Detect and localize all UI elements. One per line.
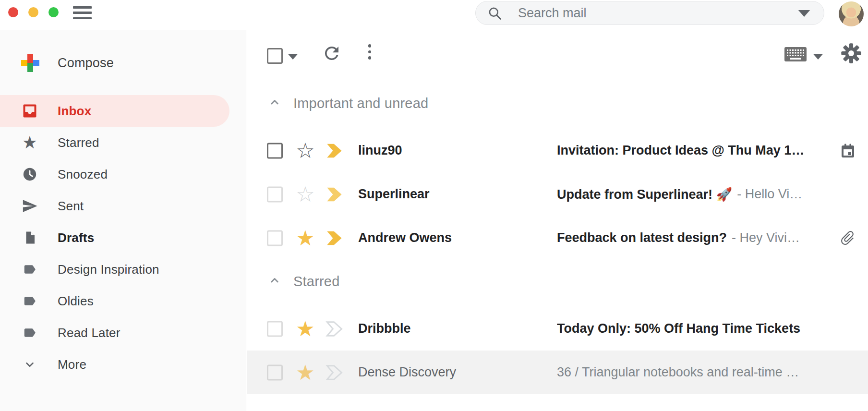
sidebar: Compose Inbox ★ Starred Snoozed Sent Dra… bbox=[0, 30, 246, 411]
email-sender: Andrew Owens bbox=[358, 216, 550, 260]
email-row[interactable]: ☆ Superlinear Update from Superlinear! 🚀… bbox=[247, 172, 868, 216]
sidebar-item-snoozed[interactable]: Snoozed bbox=[0, 158, 246, 190]
star-icon: ★ bbox=[22, 134, 38, 151]
email-checkbox[interactable] bbox=[267, 230, 283, 246]
email-checkbox[interactable] bbox=[267, 321, 283, 337]
importance-marker-icon[interactable] bbox=[326, 230, 347, 247]
sidebar-item-read-later[interactable]: Read Later bbox=[0, 317, 246, 349]
sidebar-item-label: Snoozed bbox=[58, 158, 108, 190]
select-options-chevron-icon[interactable] bbox=[288, 53, 298, 61]
file-icon bbox=[22, 230, 38, 246]
input-tools-chevron-icon[interactable] bbox=[813, 53, 823, 61]
section-header[interactable]: Important and unread bbox=[247, 87, 868, 119]
clock-icon bbox=[22, 166, 38, 182]
email-checkbox[interactable] bbox=[267, 186, 283, 202]
email-sender: Superlinear bbox=[358, 172, 550, 216]
email-row[interactable]: ★ Dribbble Today Only: 50% Off Hang Time… bbox=[247, 307, 868, 351]
sidebar-item-label: Inbox bbox=[58, 95, 91, 127]
paperclip-icon bbox=[839, 230, 856, 247]
chevron-up-icon[interactable] bbox=[268, 274, 281, 289]
chevron-up-icon[interactable] bbox=[268, 96, 281, 111]
sidebar-item-sent[interactable]: Sent bbox=[0, 190, 246, 222]
sidebar-item-label: Oldies bbox=[58, 285, 94, 317]
select-all-checkbox[interactable] bbox=[267, 48, 283, 64]
sidebar-item-starred[interactable]: ★ Starred bbox=[0, 127, 246, 158]
zoom-window-button[interactable] bbox=[48, 7, 59, 17]
star-icon[interactable]: ★ bbox=[294, 317, 317, 340]
mail-section: Starred ★ Dribbble Today Only: 50% Off H… bbox=[247, 266, 868, 394]
compose-label: Compose bbox=[58, 47, 114, 79]
minimize-window-button[interactable] bbox=[28, 7, 38, 17]
section-rows: ☆ linuz90 Invitation: Product Ideas @ Th… bbox=[247, 129, 868, 260]
sidebar-item-label: Sent bbox=[58, 190, 84, 222]
input-tools-keyboard-icon[interactable] bbox=[784, 47, 807, 63]
more-options-icon[interactable] bbox=[368, 44, 372, 60]
email-subject: Feedback on latest design?- Hey Vivi… bbox=[557, 216, 832, 260]
sidebar-item-label: Drafts bbox=[58, 222, 94, 254]
search-options-chevron-icon[interactable] bbox=[798, 10, 810, 19]
section-title: Starred bbox=[293, 266, 340, 297]
sidebar-item-label: More bbox=[58, 349, 86, 380]
calendar-icon bbox=[839, 142, 856, 159]
search-input[interactable]: Search mail bbox=[518, 1, 587, 24]
close-window-button[interactable] bbox=[8, 7, 18, 17]
compose-button[interactable]: Compose bbox=[0, 47, 246, 79]
importance-marker-icon[interactable] bbox=[326, 142, 347, 159]
label-icon bbox=[22, 261, 38, 278]
label-icon bbox=[22, 293, 38, 309]
avatar[interactable] bbox=[839, 1, 864, 26]
inbox-icon bbox=[22, 103, 38, 119]
sidebar-item-label: Read Later bbox=[58, 317, 121, 349]
email-subject: Update from Superlinear! 🚀- Hello Vi… bbox=[557, 172, 832, 216]
refresh-icon[interactable] bbox=[322, 43, 342, 65]
label-icon bbox=[22, 325, 38, 341]
email-row[interactable]: ★ Andrew Owens Feedback on latest design… bbox=[247, 216, 868, 260]
email-checkbox[interactable] bbox=[267, 143, 283, 158]
mail-list-pane: Important and unread ☆ linuz90 Invitatio… bbox=[247, 30, 868, 411]
sidebar-item-design-inspiration[interactable]: Design Inspiration bbox=[0, 254, 246, 285]
star-icon[interactable]: ☆ bbox=[294, 183, 317, 206]
importance-marker-icon[interactable] bbox=[326, 320, 347, 338]
email-row[interactable]: ★ Dense Discovery 36 / Triangular notebo… bbox=[247, 351, 868, 394]
star-icon[interactable]: ★ bbox=[294, 227, 317, 250]
email-sender: Dense Discovery bbox=[358, 351, 550, 394]
star-icon[interactable]: ★ bbox=[294, 361, 317, 384]
email-sender: linuz90 bbox=[358, 129, 550, 172]
email-subject: Today Only: 50% Off Hang Time Tickets bbox=[557, 307, 832, 351]
sidebar-nav: Inbox ★ Starred Snoozed Sent Drafts Desi… bbox=[0, 95, 246, 380]
compose-plus-icon bbox=[21, 54, 39, 72]
search-bar[interactable]: Search mail bbox=[475, 1, 824, 25]
importance-marker-icon[interactable] bbox=[326, 186, 347, 203]
mail-section: Important and unread ☆ linuz90 Invitatio… bbox=[247, 87, 868, 260]
email-subject: 36 / Triangular notebooks and real-time … bbox=[557, 351, 832, 394]
email-checkbox[interactable] bbox=[267, 364, 283, 380]
hamburger-icon[interactable] bbox=[73, 6, 92, 19]
gmail-window: Search mail Compose Inbox ★ Starred Snoo… bbox=[0, 0, 868, 411]
email-sender: Dribbble bbox=[358, 307, 550, 351]
sidebar-item-label: Starred bbox=[58, 127, 99, 158]
email-list: Important and unread ☆ linuz90 Invitatio… bbox=[247, 87, 868, 400]
section-header[interactable]: Starred bbox=[247, 266, 868, 297]
sidebar-item-label: Design Inspiration bbox=[58, 254, 159, 285]
section-rows: ★ Dribbble Today Only: 50% Off Hang Time… bbox=[247, 307, 868, 394]
chevron-down-icon bbox=[22, 356, 38, 373]
star-icon[interactable]: ☆ bbox=[294, 139, 317, 162]
email-row[interactable]: ☆ linuz90 Invitation: Product Ideas @ Th… bbox=[247, 129, 868, 172]
send-icon bbox=[22, 198, 38, 214]
section-title: Important and unread bbox=[293, 87, 428, 119]
settings-gear-icon[interactable] bbox=[840, 42, 862, 66]
topbar: Search mail bbox=[0, 0, 868, 30]
sidebar-item-inbox[interactable]: Inbox bbox=[0, 95, 229, 127]
window-controls bbox=[8, 7, 59, 17]
sidebar-item-drafts[interactable]: Drafts bbox=[0, 222, 246, 254]
sidebar-item-oldies[interactable]: Oldies bbox=[0, 285, 246, 317]
email-subject: Invitation: Product Ideas @ Thu May 1… bbox=[557, 129, 832, 172]
list-toolbar bbox=[247, 30, 868, 78]
search-icon[interactable] bbox=[487, 6, 503, 23]
sidebar-item-more[interactable]: More bbox=[0, 349, 246, 380]
importance-marker-icon[interactable] bbox=[326, 364, 347, 381]
